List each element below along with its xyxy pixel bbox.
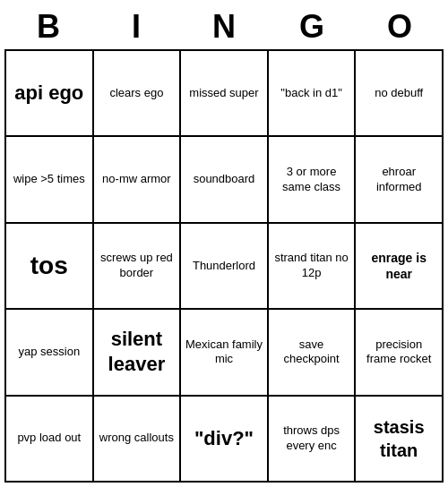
bingo-cell-17: Mexican family mic [181, 310, 269, 396]
bingo-card: BINGO api egoclears egomissed super"back… [4, 4, 444, 483]
bingo-cell-0: api ego [6, 51, 94, 137]
bingo-cell-16: silent leaver [94, 310, 182, 396]
bingo-cell-8: 3 or more same class [269, 137, 357, 223]
header-letter-g: G [268, 8, 356, 46]
bingo-cell-21: wrong callouts [94, 397, 182, 483]
bingo-header: BINGO [4, 4, 444, 49]
header-letter-o: O [356, 8, 444, 46]
bingo-cell-2: missed super [181, 51, 269, 137]
bingo-cell-14: enrage is near [356, 224, 444, 310]
bingo-cell-22: "div?" [181, 397, 269, 483]
bingo-cell-13: strand titan no 12p [269, 224, 357, 310]
bingo-cell-19: precision frame rocket [356, 310, 444, 396]
bingo-cell-5: wipe >5 times [6, 137, 94, 223]
bingo-cell-12: Thunderlord [181, 224, 269, 310]
bingo-grid: api egoclears egomissed super"back in d1… [4, 49, 444, 483]
header-letter-b: B [4, 8, 92, 46]
bingo-cell-1: clears ego [94, 51, 182, 137]
bingo-cell-10: tos [6, 224, 94, 310]
bingo-cell-6: no-mw armor [94, 137, 182, 223]
bingo-cell-7: soundboard [181, 137, 269, 223]
header-letter-i: I [92, 8, 180, 46]
bingo-cell-18: save checkpoint [269, 310, 357, 396]
header-letter-n: N [180, 8, 268, 46]
bingo-cell-9: ehroar informed [356, 137, 444, 223]
bingo-cell-23: throws dps every enc [269, 397, 357, 483]
bingo-cell-20: pvp load out [6, 397, 94, 483]
bingo-cell-3: "back in d1" [269, 51, 357, 137]
bingo-cell-4: no debuff [356, 51, 444, 137]
bingo-cell-24: stasis titan [356, 397, 444, 483]
bingo-cell-11: screws up red border [94, 224, 182, 310]
bingo-cell-15: yap session [6, 310, 94, 396]
